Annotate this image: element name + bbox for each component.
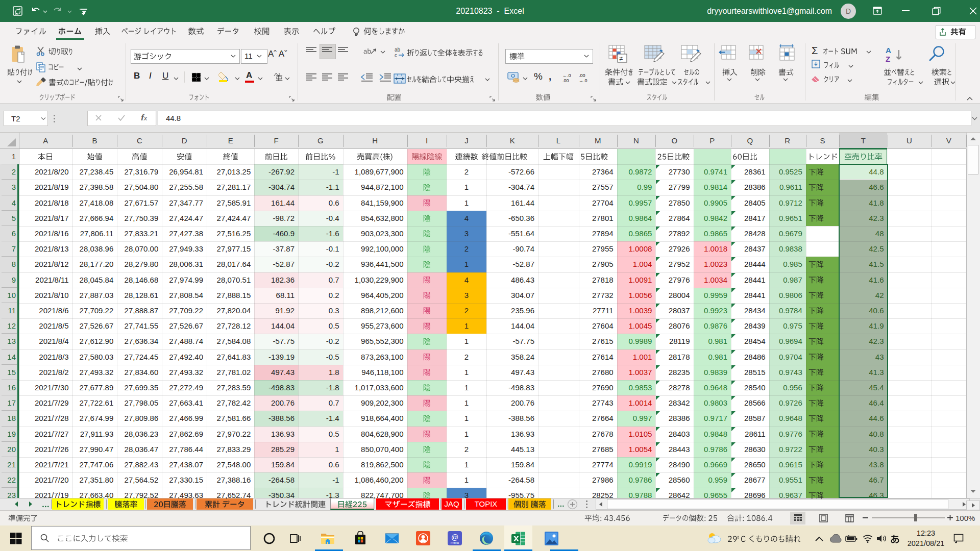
svg-text:.00: .00 xyxy=(562,78,569,83)
svg-text:≠: ≠ xyxy=(619,55,623,62)
svg-text:←.0: ←.0 xyxy=(562,73,571,78)
svg-text:ab: ab xyxy=(395,47,401,53)
svg-text:.00: .00 xyxy=(579,73,585,78)
svg-text:c: c xyxy=(395,53,397,58)
svg-text:A: A xyxy=(886,46,891,55)
svg-text:Z: Z xyxy=(886,55,890,63)
svg-text:menu: menu xyxy=(451,541,459,544)
svg-text:→.0: →.0 xyxy=(579,78,587,83)
svg-text:@: @ xyxy=(451,533,458,541)
